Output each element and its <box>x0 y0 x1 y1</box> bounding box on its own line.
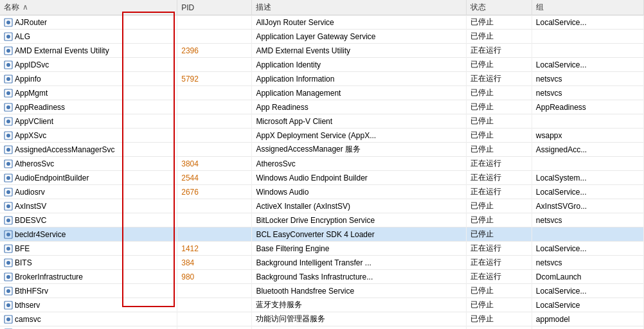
service-group-cell: wsappx <box>532 129 643 143</box>
svg-point-11 <box>6 91 10 95</box>
svg-point-35 <box>6 261 10 265</box>
svg-point-43 <box>6 317 10 321</box>
table-row[interactable]: CCSDK CCSDK <box>0 326 644 330</box>
svg-point-19 <box>6 148 10 152</box>
svg-point-25 <box>6 190 10 194</box>
sort-arrow-name: ∧ <box>22 3 28 12</box>
svg-point-5 <box>6 49 10 53</box>
table-row[interactable]: BFE 1412Base Filtering Engine正在运行LocalSe… <box>0 242 644 256</box>
service-group-cell: netsvcs <box>532 256 643 270</box>
service-name-cell: BthHFSrv <box>0 284 177 298</box>
service-status-cell: 正在运行 <box>467 242 532 256</box>
service-name-cell: BITS <box>0 256 177 270</box>
service-status-cell: 已停止 <box>467 227 532 242</box>
service-pid-cell: 1412 <box>177 242 252 256</box>
service-group-cell: netsvcs <box>532 72 643 86</box>
table-row[interactable]: AppReadiness App Readiness已停止AppReadines… <box>0 100 644 114</box>
table-row[interactable]: BrokerInfrastructure 980Background Tasks… <box>0 270 644 284</box>
table-row[interactable]: Appinfo 5792Application Information正在运行n… <box>0 72 644 86</box>
svg-point-27 <box>6 204 10 208</box>
service-pid-cell <box>177 30 252 44</box>
service-icon <box>4 272 13 281</box>
service-status-cell: 已停止 <box>467 100 532 114</box>
service-status-cell: 正在运行 <box>467 171 532 185</box>
service-icon <box>4 131 13 140</box>
table-row[interactable]: BDESVC BitLocker Drive Encryption Servic… <box>0 213 644 227</box>
table-row[interactable]: ALG Application Layer Gateway Service已停止 <box>0 30 644 44</box>
svg-point-17 <box>6 134 10 138</box>
service-group-cell: netsvcs <box>532 86 643 100</box>
service-desc-cell: AllJoyn Router Service <box>252 15 467 30</box>
table-row[interactable]: AppXSvc AppX Deployment Service (AppX...… <box>0 129 644 143</box>
table-row[interactable]: AppMgmt Application Management已停止netsvcs <box>0 86 644 100</box>
service-group-cell: LocalSystem... <box>532 171 643 185</box>
table-row[interactable]: AudioEndpointBuilder 2544Windows Audio E… <box>0 171 644 185</box>
service-icon <box>4 230 13 239</box>
service-desc-cell: Windows Audio <box>252 185 467 199</box>
table-row[interactable]: AxInstSV ActiveX Installer (AxInstSV)已停止… <box>0 199 644 213</box>
table-row[interactable]: AssignedAccessManagerSvc AssignedAccessM… <box>0 143 644 157</box>
service-status-cell: 正在运行 <box>467 256 532 270</box>
table-row[interactable]: AppVClient Microsoft App-V Client已停止 <box>0 114 644 129</box>
col-header-desc[interactable]: 描述 <box>252 0 467 15</box>
service-group-cell <box>532 157 643 171</box>
service-group-cell: LocalService... <box>532 284 643 298</box>
table-row[interactable]: becldr4Service BCL EasyConverter SDK 4 L… <box>0 227 644 242</box>
table-row[interactable]: camsvc 功能访问管理器服务已停止appmodel <box>0 312 644 326</box>
service-group-cell: AxInstSVGro... <box>532 199 643 213</box>
service-pid-cell <box>177 213 252 227</box>
service-icon <box>4 287 13 296</box>
service-name-cell: AudioEndpointBuilder <box>0 171 177 185</box>
service-name-cell: ALG <box>0 30 177 44</box>
service-pid-cell: 5792 <box>177 72 252 86</box>
service-icon <box>4 145 13 154</box>
service-desc-cell: Application Management <box>252 86 467 100</box>
table-row[interactable]: AMD External Events Utility 2396AMD Exte… <box>0 44 644 58</box>
service-icon <box>4 244 13 253</box>
service-pid-cell <box>177 15 252 30</box>
service-pid-cell: 2676 <box>177 185 252 199</box>
service-desc-cell: ActiveX Installer (AxInstSV) <box>252 199 467 213</box>
col-header-name[interactable]: 名称 ∧ <box>0 0 177 15</box>
service-icon <box>4 173 13 182</box>
service-desc-cell: 功能访问管理器服务 <box>252 312 467 326</box>
service-pid-cell <box>177 129 252 143</box>
col-header-group[interactable]: 组 <box>532 0 643 15</box>
table-row[interactable]: AtherosSvc 3804AtherosSvc正在运行 <box>0 157 644 171</box>
service-group-cell: DcomLaunch <box>532 270 643 284</box>
service-status-cell: 已停止 <box>467 312 532 326</box>
table-row[interactable]: BITS 384Background Intelligent Transfer … <box>0 256 644 270</box>
service-name-cell: AppReadiness <box>0 100 177 114</box>
service-desc-cell: AssignedAccessManager 服务 <box>252 143 467 157</box>
service-pid-cell <box>177 284 252 298</box>
service-status-cell: 已停止 <box>467 199 532 213</box>
service-desc-cell: AMD External Events Utility <box>252 44 467 58</box>
svg-point-31 <box>6 233 10 236</box>
col-header-pid[interactable]: PID <box>177 0 252 15</box>
table-row[interactable]: AppIDSvc Application Identity已停止LocalSer… <box>0 58 644 72</box>
service-desc-cell: App Readiness <box>252 100 467 114</box>
service-status-cell <box>467 326 532 330</box>
service-group-cell: LocalService <box>532 298 643 312</box>
service-name-cell: AppIDSvc <box>0 58 177 72</box>
table-row[interactable]: AJRouter AllJoyn Router Service已停止LocalS… <box>0 15 644 30</box>
svg-point-33 <box>6 247 10 251</box>
svg-point-15 <box>6 120 10 123</box>
service-status-cell: 正在运行 <box>467 157 532 171</box>
service-status-cell: 正在运行 <box>467 44 532 58</box>
service-group-cell: LocalService... <box>532 15 643 30</box>
service-name-cell: BFE <box>0 242 177 256</box>
service-name-cell: AssignedAccessManagerSvc <box>0 143 177 157</box>
service-pid-cell <box>177 199 252 213</box>
service-status-cell: 已停止 <box>467 143 532 157</box>
service-status-cell: 已停止 <box>467 86 532 100</box>
service-group-cell: AppReadiness <box>532 100 643 114</box>
service-name-cell: AppVClient <box>0 114 177 129</box>
table-row[interactable]: BthHFSrv Bluetooth Handsfree Service已停止L… <box>0 284 644 298</box>
service-pid-cell <box>177 326 252 330</box>
service-icon <box>4 89 13 98</box>
table-row[interactable]: Audiosrv 2676Windows Audio正在运行LocalServi… <box>0 185 644 199</box>
col-header-status[interactable]: 状态 <box>467 0 532 15</box>
service-status-cell: 正在运行 <box>467 270 532 284</box>
table-row[interactable]: bthserv 蓝牙支持服务已停止LocalService <box>0 298 644 312</box>
